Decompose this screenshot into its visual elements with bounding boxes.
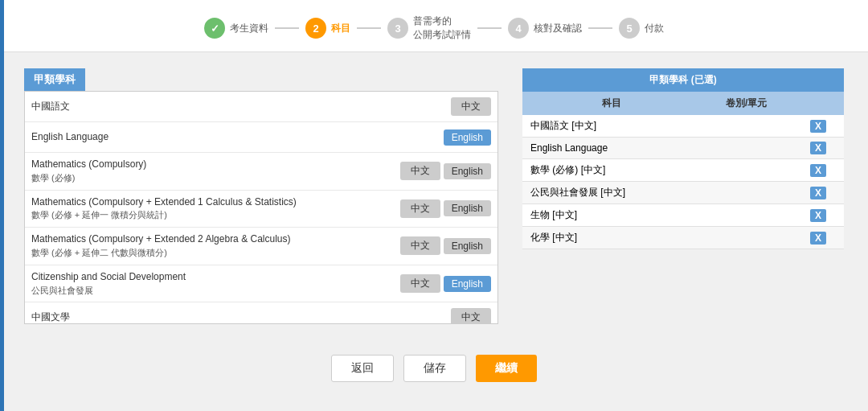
remove-cell[interactable]: X [792, 159, 844, 182]
save-button[interactable]: 儲存 [403, 355, 466, 382]
step-3: 3 普需考的公開考試評情 [387, 14, 471, 42]
remove-cell[interactable]: X [792, 182, 844, 204]
subject-table-container[interactable]: 中國語文 中文 English Language English Mathema… [24, 91, 498, 324]
btn-chinese-7[interactable]: 中文 [451, 308, 491, 324]
remove-button[interactable]: X [810, 232, 826, 245]
selected-subject-name: 中國語文 [中文] [522, 115, 700, 138]
back-button[interactable]: 返回 [331, 355, 394, 382]
selected-paper [700, 204, 792, 227]
right-panel: 甲類學科 (已選) 科目 卷別/單元 中國語文 [中文] X English L… [522, 68, 844, 324]
step-5: 5 付款 [619, 18, 664, 39]
table-row: 化學 [中文] X [522, 227, 844, 249]
subject-name: 中國語文 [31, 100, 319, 113]
step-4: 4 核對及確認 [508, 18, 582, 39]
table-row: 數學 (必修) [中文] X [522, 159, 844, 182]
btn-english-6[interactable]: English [444, 276, 491, 292]
table-row: 中國語文 [中文] X [522, 115, 844, 138]
step-2: 2 科目 [305, 18, 350, 39]
remove-button[interactable]: X [810, 142, 826, 154]
subject-name: 中國文學 [31, 310, 319, 324]
selected-paper [700, 115, 792, 138]
remove-cell[interactable]: X [792, 138, 844, 159]
btn-english-5[interactable]: English [444, 238, 491, 254]
step-3-label: 普需考的公開考試評情 [413, 14, 471, 42]
next-button[interactable]: 繼續 [476, 355, 537, 382]
subject-name: Citizenship and Social Development 公民與社會… [31, 270, 397, 298]
main-content: 甲類學科 中國語文 中文 English Language English Ma… [0, 52, 868, 340]
left-accent-bar [0, 0, 4, 411]
remove-button[interactable]: X [810, 164, 826, 177]
btn-chinese-4[interactable]: 中文 [400, 199, 440, 218]
remove-button[interactable]: X [810, 209, 826, 222]
col-action-header [792, 92, 844, 115]
btn-chinese-6[interactable]: 中文 [400, 274, 440, 293]
table-row: Citizenship and Social Development 公民與社會… [25, 265, 497, 303]
selected-paper [700, 159, 792, 182]
btn-english-4[interactable]: English [444, 200, 491, 216]
selected-subject-name: English Language [522, 138, 700, 159]
step-3-circle: 3 [387, 18, 408, 39]
remove-cell[interactable]: X [792, 227, 844, 249]
step-4-circle: 4 [508, 18, 529, 39]
table-row: 中國語文 中文 [25, 92, 497, 122]
table-row: English Language X [522, 138, 844, 159]
stepper: ✓ 考生資料 2 科目 3 普需考的公開考試評情 4 核對及確認 5 付款 [0, 0, 868, 52]
selected-subject-name: 生物 [中文] [522, 204, 700, 227]
selected-paper [700, 182, 792, 204]
table-row: 生物 [中文] X [522, 204, 844, 227]
selected-paper [700, 227, 792, 249]
subject-name: Mathematics (Compulsory + Extended 1 Cal… [31, 195, 397, 223]
step-2-circle: 2 [305, 18, 326, 39]
table-row: Mathematics (Compulsory + Extended 2 Alg… [25, 228, 497, 265]
btn-chinese-3[interactable]: 中文 [400, 162, 440, 180]
remove-cell[interactable]: X [792, 204, 844, 227]
subject-name: Mathematics (Compulsory) 數學 (必修) [31, 158, 268, 185]
col-subject-header: 科目 [522, 92, 700, 115]
col-paper-header: 卷別/單元 [700, 92, 792, 115]
btn-english-2[interactable]: English [444, 129, 491, 146]
table-row: Mathematics (Compulsory) 數學 (必修) 中文 Engl… [25, 153, 497, 191]
selected-subjects-table: 甲類學科 (已選) 科目 卷別/單元 中國語文 [中文] X English L… [522, 68, 844, 249]
table-row: 公民與社會發展 [中文] X [522, 182, 844, 204]
table-row: English Language English [25, 122, 497, 153]
step-connector-3 [477, 27, 502, 29]
step-1-circle: ✓ [204, 18, 225, 39]
btn-english-3[interactable]: English [444, 163, 491, 179]
step-1: ✓ 考生資料 [204, 18, 268, 39]
right-panel-title: 甲類學科 (已選) [522, 68, 844, 92]
step-5-circle: 5 [619, 18, 640, 39]
subject-name: English Language [31, 130, 312, 144]
bottom-bar: 返回 儲存 繼續 [0, 340, 868, 390]
left-panel: 甲類學科 中國語文 中文 English Language English Ma… [24, 68, 498, 324]
subject-name: Mathematics (Compulsory + Extended 2 Alg… [31, 232, 397, 260]
step-4-label: 核對及確認 [534, 22, 582, 35]
left-panel-title: 甲類學科 [24, 68, 85, 91]
btn-chinese-1[interactable]: 中文 [451, 97, 491, 116]
selected-paper [700, 138, 792, 159]
step-connector-2 [357, 27, 381, 29]
step-2-label: 科目 [331, 22, 350, 35]
step-5-label: 付款 [645, 22, 664, 35]
btn-chinese-5[interactable]: 中文 [400, 236, 440, 255]
remove-button[interactable]: X [810, 120, 826, 133]
step-connector-1 [275, 27, 299, 29]
table-row: 中國文學 中文 [25, 302, 497, 324]
selected-subject-name: 化學 [中文] [522, 227, 700, 249]
selected-subject-name: 公民與社會發展 [中文] [522, 182, 700, 204]
step-1-label: 考生資料 [230, 22, 268, 35]
selected-subject-name: 數學 (必修) [中文] [522, 159, 700, 182]
table-row: Mathematics (Compulsory + Extended 1 Cal… [25, 191, 497, 228]
remove-button[interactable]: X [810, 187, 826, 199]
remove-cell[interactable]: X [792, 115, 844, 138]
step-connector-4 [588, 27, 612, 29]
